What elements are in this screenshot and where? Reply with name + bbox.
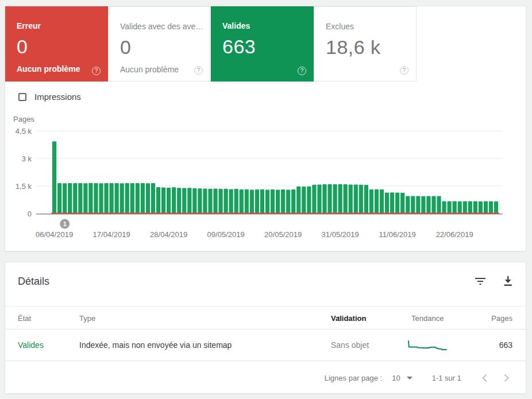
previous-page-button[interactable] <box>477 371 491 385</box>
svg-text:22/06/2019: 22/06/2019 <box>436 230 473 239</box>
help-icon[interactable]: ? <box>400 66 408 75</box>
row-validation: Sans objet <box>331 330 369 361</box>
impressions-toggle[interactable]: Impressions <box>18 92 81 102</box>
checkbox-unchecked-icon[interactable] <box>18 93 26 101</box>
filter-icon <box>474 275 487 288</box>
help-icon[interactable]: ? <box>298 67 306 75</box>
card-errors-value: 0 <box>17 36 100 58</box>
svg-text:17/04/2019: 17/04/2019 <box>93 230 130 239</box>
download-button[interactable] <box>502 275 514 288</box>
svg-text:31/05/2019: 31/05/2019 <box>322 230 359 239</box>
column-header-tendance: Tendance <box>411 307 444 330</box>
chevron-right-icon <box>504 374 509 382</box>
chevron-left-icon <box>482 374 487 382</box>
summary-cards-row: Erreur 0 Aucun problème ? Valides avec d… <box>5 6 526 82</box>
coverage-chart-svg[interactable]: Pages01,5 k3 k4,5 k106/04/201917/04/2019… <box>5 110 527 252</box>
table-row[interactable]: Valides Indexée, mais non envoyée via un… <box>5 330 526 361</box>
card-valid-value: 663 <box>222 36 306 58</box>
rows-per-page-label: Lignes par page : <box>325 374 382 382</box>
filter-button[interactable] <box>474 275 487 288</box>
pagination-range: 1-1 sur 1 <box>432 374 461 382</box>
svg-text:20/05/2019: 20/05/2019 <box>264 230 302 239</box>
svg-text:09/05/2019: 09/05/2019 <box>207 230 245 239</box>
card-valid-warnings-title: Valides avec des ave… <box>120 22 202 31</box>
card-valid-warnings[interactable]: Valides avec des ave… 0 Aucun problème ? <box>108 6 211 82</box>
svg-text:1: 1 <box>63 220 67 227</box>
column-header-etat[interactable]: État <box>18 307 31 330</box>
table-header: État Type Validation↑ Tendance Pages <box>5 306 526 330</box>
row-pages: 663 <box>499 330 512 361</box>
card-valid-title: Valides <box>222 21 306 30</box>
card-errors[interactable]: Erreur 0 Aucun problème ? <box>5 6 108 82</box>
coverage-panel: Erreur 0 Aucun problème ? Valides avec d… <box>5 6 526 251</box>
rows-per-page-select[interactable]: 10 <box>392 374 400 382</box>
svg-text:4,5 k: 4,5 k <box>16 127 32 135</box>
card-errors-subtitle: Aucun problème <box>17 64 100 73</box>
svg-text:1,5 k: 1,5 k <box>16 182 32 191</box>
card-valid-warnings-subtitle: Aucun problème <box>120 65 202 74</box>
table-pagination: Lignes par page : 10 1-1 sur 1 <box>5 362 526 394</box>
svg-text:06/04/2019: 06/04/2019 <box>36 230 73 239</box>
details-panel: Détails État Type Validation↑ Tendance P… <box>5 262 526 394</box>
help-icon[interactable]: ? <box>194 66 203 75</box>
dropdown-caret-icon[interactable] <box>407 377 413 379</box>
impressions-label: Impressions <box>34 92 81 102</box>
svg-text:3 k: 3 k <box>22 154 32 163</box>
svg-text:28/04/2019: 28/04/2019 <box>150 230 187 239</box>
column-header-pages[interactable]: Pages <box>491 307 512 330</box>
svg-text:11/06/2019: 11/06/2019 <box>379 230 416 239</box>
card-excluded[interactable]: Exclues 18,6 k ? <box>314 6 417 82</box>
details-title: Détails <box>18 276 49 288</box>
svg-text:0: 0 <box>28 210 32 218</box>
coverage-chart[interactable]: Pages01,5 k3 k4,5 k106/04/201917/04/2019… <box>5 110 527 252</box>
card-valid[interactable]: Valides 663 ? <box>211 6 314 82</box>
column-header-type[interactable]: Type <box>79 307 95 330</box>
sort-ascending-icon: ↑ <box>337 307 341 330</box>
card-excluded-value: 18,6 k <box>326 36 408 59</box>
download-icon <box>502 275 514 288</box>
help-icon[interactable]: ? <box>92 67 101 75</box>
row-status: Valides <box>18 330 44 361</box>
row-type: Indexée, mais non envoyée via un sitemap <box>79 330 232 361</box>
svg-text:Pages: Pages <box>13 115 34 123</box>
trend-sparkline <box>407 339 448 352</box>
card-valid-warnings-value: 0 <box>120 36 202 59</box>
next-page-button[interactable] <box>499 371 513 385</box>
card-errors-title: Erreur <box>17 21 100 30</box>
card-excluded-title: Exclues <box>326 22 408 31</box>
